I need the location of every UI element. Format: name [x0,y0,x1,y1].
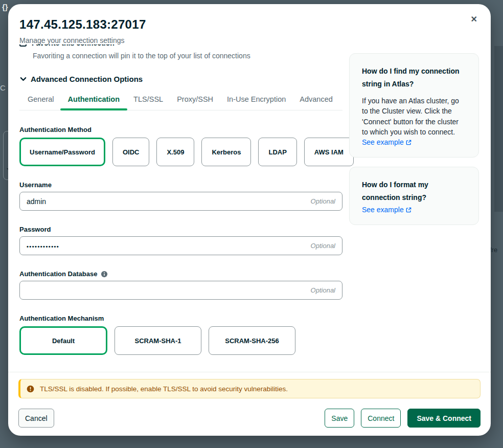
see-example-link[interactable]: See example [362,206,411,214]
advanced-options-label: Advanced Connection Options [31,75,143,83]
auth-database-optional-hint: Optional [311,286,335,294]
save-and-connect-button[interactable]: Save & Connect [407,409,481,428]
tls-warning-text: TLS/SSL is disabled. If possible, enable… [40,385,288,393]
background-text-fragment: fre [490,246,497,254]
help-card-format-connection-string: How do I format my connection string? Se… [349,167,479,225]
username-value: admin [27,197,46,206]
modal-subtitle: Manage your connection settings [19,36,478,44]
see-example-link-text: See example [362,138,404,146]
background-panel [494,46,503,212]
auth-database-label: Authentication Database [19,270,342,278]
auth-mechanism-scram-sha-256[interactable]: SCRAM-SHA-256 [209,326,295,355]
close-icon[interactable]: ✕ [471,15,477,24]
background-text-fragment: C [0,83,6,92]
auth-mechanism-scram-sha-1[interactable]: SCRAM-SHA-1 [115,326,201,355]
code-braces-icon: {} [2,3,8,11]
auth-method-label: Authentication Method [19,126,342,133]
auth-database-input[interactable]: Optional [19,281,342,300]
auth-method-oidc[interactable]: OIDC [112,138,150,166]
password-input[interactable]: •••••••••••• Optional [19,236,342,255]
tab-bar: General Authentication TLS/SSL Proxy/SSH… [19,92,342,110]
tab-general[interactable]: General [28,92,54,110]
connection-settings-modal: ✕ 147.45.125.183:27017 Manage your conne… [8,4,491,436]
favorite-label: Favorite this connection [32,44,115,47]
page-title: 147.45.125.183:27017 [19,17,478,32]
auth-method-group: Username/Password OIDC X.509 Kerberos LD… [19,138,342,166]
footer: Cancel Save Connect Save & Connect [8,398,491,436]
connect-button[interactable]: Connect [361,409,401,428]
tab-in-use-encryption[interactable]: In-Use Encryption [227,92,286,110]
favorite-checkbox[interactable] [19,44,27,47]
see-example-link[interactable]: See example [362,138,411,146]
auth-mechanism-label: Authentication Mechanism [19,315,342,322]
help-card-title: How do I format my connection string? [362,178,466,204]
chevron-down-icon [19,75,27,83]
modal-header: 147.45.125.183:27017 Manage your connect… [8,4,491,44]
info-icon[interactable] [101,271,108,278]
advanced-options-toggle[interactable]: Advanced Connection Options [19,75,342,83]
help-card-connection-string-atlas: How do I find my connection string in At… [349,53,479,158]
see-example-link-text: See example [362,206,404,214]
tab-authentication[interactable]: Authentication [68,92,120,110]
auth-method-aws-iam[interactable]: AWS IAM [304,138,354,166]
auth-method-x509[interactable]: X.509 [156,138,194,166]
external-link-icon [406,140,411,145]
username-label: Username [19,181,342,189]
connection-form: Favorite this connection Favoriting a co… [19,44,342,355]
external-link-icon [406,207,411,213]
password-value: •••••••••••• [27,242,59,250]
auth-method-username-password[interactable]: Username/Password [19,138,105,166]
tls-warning-banner: TLS/SSL is disabled. If possible, enable… [18,379,481,398]
password-optional-hint: Optional [311,242,335,250]
help-sidebar: How do I find my connection string in At… [349,44,479,355]
auth-mechanism-group: Default SCRAM-SHA-1 SCRAM-SHA-256 [19,326,342,355]
auth-mechanism-default[interactable]: Default [19,326,107,355]
favorite-row-clipped: Favorite this connection [19,44,342,49]
tab-tls-ssl[interactable]: TLS/SSL [133,92,163,110]
cancel-button[interactable]: Cancel [18,409,54,428]
username-optional-hint: Optional [311,197,335,205]
help-card-body: If you have an Atlas cluster, go to the … [362,96,466,137]
auth-method-ldap[interactable]: LDAP [258,138,296,166]
password-label: Password [19,226,342,233]
tab-proxy-ssh[interactable]: Proxy/SSH [177,92,213,110]
username-input[interactable]: admin Optional [19,192,342,211]
tab-advanced[interactable]: Advanced [300,92,333,110]
favorite-description: Favoriting a connection will pin it to t… [33,52,342,60]
auth-database-label-text: Authentication Database [19,270,97,278]
warning-exclamation-icon [27,385,34,393]
auth-method-kerberos[interactable]: Kerberos [201,138,251,166]
save-button[interactable]: Save [325,409,354,428]
modal-footer-area: TLS/SSL is disabled. If possible, enable… [8,372,491,436]
help-card-title: How do I find my connection string in At… [362,65,466,90]
